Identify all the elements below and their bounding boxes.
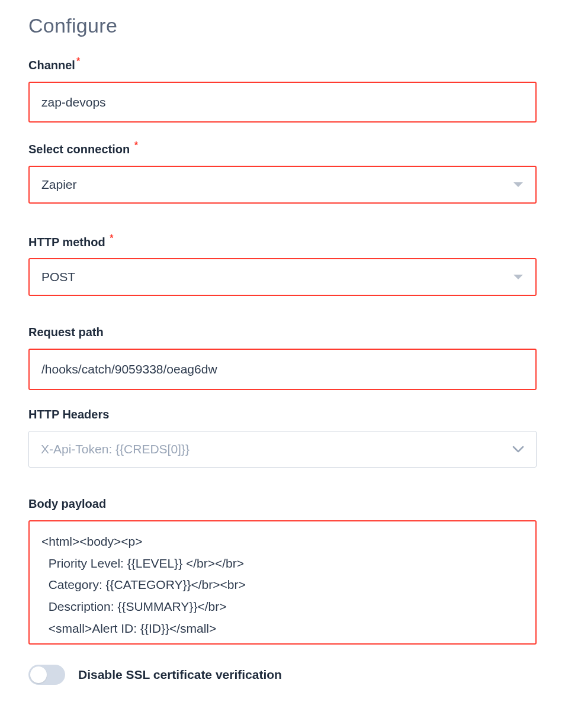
body-payload-textarea[interactable] (28, 520, 537, 645)
connection-select[interactable]: Zapier (28, 166, 537, 204)
request-path-input[interactable] (28, 349, 537, 389)
channel-label: Channel* (28, 56, 537, 72)
body-payload-field: Body payload (28, 497, 537, 647)
chevron-down-icon (513, 273, 524, 281)
request-path-field: Request path (28, 326, 537, 389)
http-headers-label: HTTP Headers (28, 408, 537, 421)
http-headers-select[interactable]: X-Api-Token: {{CREDS[0]}} (28, 431, 537, 468)
http-method-label-text: HTTP method (28, 235, 105, 248)
ssl-toggle-label: Disable SSL certificate verification (78, 668, 282, 682)
ssl-toggle-row: Disable SSL certificate verification (28, 665, 537, 685)
connection-value: Zapier (41, 178, 77, 191)
required-indicator: * (76, 56, 80, 66)
connection-label-text: Select connection (28, 143, 130, 156)
http-headers-field: HTTP Headers X-Api-Token: {{CREDS[0]}} (28, 408, 537, 468)
channel-input[interactable] (28, 82, 537, 123)
chevron-down-icon (512, 445, 524, 453)
connection-field: Select connection * Zapier (28, 140, 537, 204)
connection-label: Select connection * (28, 140, 537, 156)
toggle-knob (30, 666, 47, 683)
page-title: Configure (28, 14, 537, 37)
required-indicator: * (110, 233, 113, 243)
http-method-select[interactable]: POST (28, 258, 537, 296)
request-path-label: Request path (28, 326, 537, 339)
http-method-field: HTTP method * POST (28, 233, 537, 297)
channel-label-text: Channel (28, 59, 75, 72)
channel-field: Channel* (28, 56, 537, 123)
http-method-value: POST (41, 270, 75, 284)
ssl-toggle[interactable] (28, 665, 65, 685)
http-headers-placeholder: X-Api-Token: {{CREDS[0]}} (41, 442, 190, 456)
required-indicator: * (134, 140, 138, 150)
http-method-label: HTTP method * (28, 233, 537, 249)
body-payload-label: Body payload (28, 497, 537, 511)
chevron-down-icon (513, 181, 524, 188)
